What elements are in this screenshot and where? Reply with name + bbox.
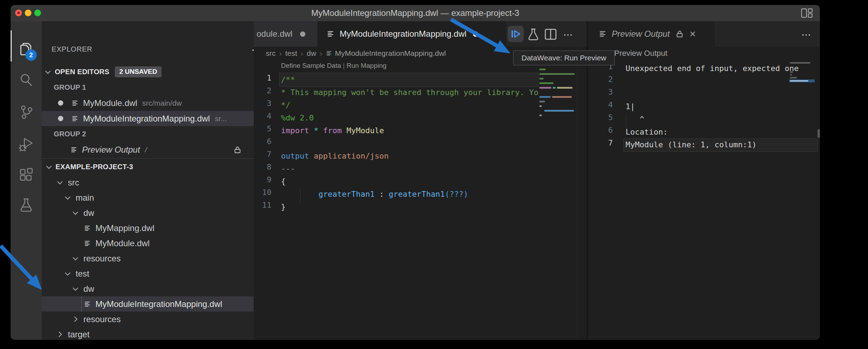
line-number: 6 xyxy=(254,137,271,146)
breadcrumb-item[interactable]: MyModuleIntegrationMapping.dwl xyxy=(335,49,446,58)
line-number: 9 xyxy=(254,175,271,184)
minimap[interactable] xyxy=(789,61,817,131)
codelens-run-mapping[interactable]: Run Mapping xyxy=(347,62,387,69)
active-view-indicator xyxy=(11,30,12,61)
explorer-sidebar: EXPLORER OPEN EDITORS 2 UNSAVED GROUP 1 … xyxy=(42,21,254,340)
tree-folder-test[interactable]: test xyxy=(42,266,254,281)
code-line: /** xyxy=(281,73,538,86)
readonly-lock-icon xyxy=(233,146,242,154)
open-editors-group1-label: GROUP 1 xyxy=(42,80,254,95)
activity-bar: 2 xyxy=(11,21,42,340)
line-number: 8 xyxy=(254,162,271,171)
open-editors-header[interactable]: OPEN EDITORS 2 UNSAVED xyxy=(42,64,254,79)
readonly-lock-icon xyxy=(675,30,684,38)
scrollbar-track[interactable] xyxy=(577,47,577,340)
run-preview-icon xyxy=(510,28,521,40)
preview-output-pane[interactable]: Preview Output 1 2 3 4 5 6 7 Unexpected … xyxy=(588,47,820,340)
indent-guide xyxy=(81,296,82,312)
scrollbar-thumb[interactable] xyxy=(817,129,820,138)
breadcrumb-item[interactable]: test xyxy=(285,49,297,58)
line-number: 4 xyxy=(588,100,613,109)
chevron-right-icon xyxy=(72,317,78,322)
line-number: 10 xyxy=(254,188,271,197)
run-preview-button[interactable] xyxy=(508,26,524,42)
breadcrumb: src › test › dw › MyModuleIntegrationMap… xyxy=(266,47,446,60)
tree-root-folder[interactable]: EXAMPLE-PROJECT-3 xyxy=(42,159,254,174)
tab-preview-output[interactable]: Preview Output xyxy=(588,21,715,47)
dataweave-file-icon xyxy=(71,100,79,107)
tree-file-mymodule[interactable]: MyModule.dwl xyxy=(42,236,254,251)
tree-folder-main[interactable]: main xyxy=(42,190,254,205)
close-icon[interactable] xyxy=(689,30,697,38)
breadcrumb-item[interactable]: src xyxy=(266,49,276,58)
dataweave-file-icon xyxy=(326,30,335,38)
extensions-icon[interactable] xyxy=(18,167,34,183)
tree-folder-resources-test[interactable]: resources xyxy=(42,312,254,327)
dataweave-file-icon xyxy=(83,301,91,308)
chevron-down-icon xyxy=(46,164,52,169)
split-editor-icon[interactable] xyxy=(544,28,557,40)
output-line: Unexpected end of input, expected one of… xyxy=(626,62,800,75)
unsaved-count-badge: 2 UNSAVED xyxy=(115,66,161,77)
dataweave-file-icon xyxy=(71,115,79,122)
preview-more-actions-icon[interactable] xyxy=(802,34,810,36)
source-control-icon[interactable] xyxy=(18,104,34,120)
tree-file-mmim-selected[interactable]: MyModuleIntegrationMapping.dwl xyxy=(42,296,254,312)
tree-folder-resources-main[interactable]: resources xyxy=(42,251,254,266)
dataweave-file-icon xyxy=(70,146,78,153)
line-number: 2 xyxy=(588,75,613,84)
line-number: 3 xyxy=(588,88,613,96)
sidebar-title: EXPLORER xyxy=(52,45,92,53)
search-icon[interactable] xyxy=(18,72,34,88)
line-number: 2 xyxy=(254,86,271,95)
open-editor-item-selected[interactable]: MyModuleIntegrationMapping.dwl sr... xyxy=(42,111,254,126)
open-editors-group2-label: GROUP 2 xyxy=(42,126,254,142)
line-number: 11 xyxy=(254,201,271,209)
code-line: * This mapping won't be shared through y… xyxy=(281,86,538,99)
modified-dot-icon xyxy=(58,116,63,121)
explorer-badge: 2 xyxy=(25,49,37,61)
editor-pane[interactable]: src › test › dw › MyModuleIntegrationMap… xyxy=(254,47,587,340)
breadcrumb-item[interactable]: dw xyxy=(307,49,316,58)
codelens: Define Sample Data | Run Mapping xyxy=(281,62,387,70)
codelens-define-sample-data[interactable]: Define Sample Data xyxy=(281,62,341,69)
code-line: } xyxy=(281,201,538,213)
testing-flask-icon[interactable] xyxy=(18,197,34,213)
modified-dot-icon xyxy=(300,31,305,37)
editor-more-actions-icon[interactable] xyxy=(564,34,572,36)
code-line: */ xyxy=(281,99,538,112)
chevron-down-icon xyxy=(65,194,71,200)
line-number: 5 xyxy=(588,113,613,122)
output-line: Location: xyxy=(626,126,809,138)
code-line: --- xyxy=(281,162,538,175)
code-line xyxy=(281,137,538,150)
modified-dot-icon xyxy=(473,31,478,37)
tab-mmim-active[interactable]: MyModuleIntegrationMapping.dwl xyxy=(318,21,506,47)
tree-folder-src[interactable]: src xyxy=(42,175,254,190)
run-debug-icon[interactable] xyxy=(18,136,34,153)
customize-layout-icon[interactable] xyxy=(801,8,813,18)
tree-file-mymapping[interactable]: MyMapping.dwl xyxy=(42,220,254,236)
test-flask-icon[interactable] xyxy=(527,28,540,41)
tooltip-run-preview: DataWeave: Run Preview xyxy=(513,51,615,65)
open-editor-item-preview-output[interactable]: Preview Output / xyxy=(42,142,254,157)
line-number: 6 xyxy=(588,126,613,135)
open-editor-item[interactable]: MyModule.dwl src/main/dw xyxy=(42,95,254,111)
output-line: ^ xyxy=(626,113,809,126)
dataweave-file-icon xyxy=(83,240,91,247)
title-bar: MyModuleIntegrationMapping.dwl — example… xyxy=(11,5,820,22)
line-number: 3 xyxy=(254,99,271,108)
chevron-down-icon xyxy=(73,209,78,215)
tree-folder-dw-test[interactable]: dw xyxy=(42,281,254,296)
chevron-down-icon xyxy=(73,285,78,291)
tree-folder-target[interactable]: target xyxy=(42,327,254,340)
minimap[interactable] xyxy=(538,64,577,170)
line-number: 7 xyxy=(254,150,271,159)
dataweave-file-icon xyxy=(326,50,332,57)
tab-mymodule-partial[interactable]: odule.dwl xyxy=(254,21,317,47)
preview-tab-bar: Preview Output xyxy=(588,21,820,47)
code-line: output application/json xyxy=(281,150,538,162)
code-line: greaterThan1 : greaterThan1(???) xyxy=(281,188,538,201)
chevron-down-icon xyxy=(73,255,78,261)
tree-folder-dw-main[interactable]: dw xyxy=(42,205,254,220)
